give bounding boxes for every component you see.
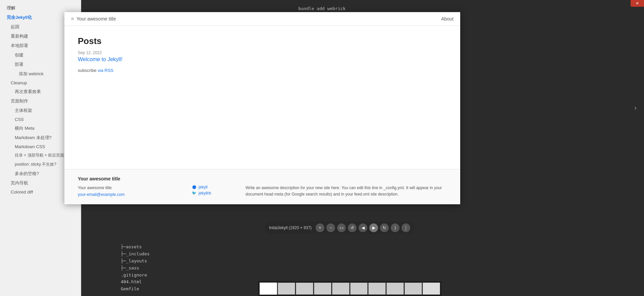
thumbnail-10[interactable] — [423, 283, 440, 295]
file-tree-item: ├─_sass — [121, 265, 150, 272]
github-icon: ⬤ — [192, 185, 197, 189]
terminal-command: bundle add webrick — [299, 6, 346, 11]
play-button[interactable]: ▶ — [369, 223, 378, 232]
file-tree-item: 404.html — [121, 279, 150, 286]
modal-footer: Your awesome title Your awesome title yo… — [64, 169, 460, 204]
footer-col-1: Your awesome title your-email@example.co… — [78, 185, 178, 198]
modal-body: Posts Sep 12, 2022 Welcome to Jekyll! su… — [64, 26, 460, 169]
footer-email[interactable]: your-email@example.com — [78, 192, 125, 197]
chevron-right-icon[interactable]: › — [634, 104, 637, 112]
footer-social: ⬤ jekyll 🐦 jekyllrb — [192, 185, 232, 196]
zoom-in-button[interactable]: + — [316, 223, 324, 232]
about-link[interactable]: About — [441, 16, 453, 22]
prev-button[interactable]: ◀ — [359, 223, 367, 232]
close-icon: ✕ — [636, 1, 639, 6]
file-tree-item: ├─assets — [121, 244, 150, 251]
thumbnail-2[interactable] — [278, 283, 295, 295]
post-date: Sep 12, 2022 — [78, 50, 447, 55]
reset-button[interactable]: ↺ — [348, 223, 357, 232]
nav-dot — [71, 17, 74, 20]
thumbnail-1[interactable] — [260, 283, 277, 295]
rss-link[interactable]: via RSS — [98, 68, 113, 73]
thumbnail-4[interactable] — [314, 283, 331, 295]
thumbnail-9[interactable] — [405, 283, 422, 295]
footer-subtitle: Your awesome title — [78, 185, 178, 191]
next-button[interactable]: ↻ — [380, 223, 389, 232]
skip-button[interactable]: ⟩ — [391, 223, 399, 232]
modal-nav-left: Your awesome title — [71, 16, 116, 22]
close-button[interactable]: ✕ — [631, 0, 644, 7]
twitter-link[interactable]: 🐦 jekyllrb — [192, 191, 232, 196]
playback-bar: InitalJekyll (1920 × 937) + − 1:1 ↺ ◀ ▶ … — [265, 222, 414, 234]
thumbnail-6[interactable] — [350, 283, 368, 295]
twitter-username[interactable]: jekyllrb — [199, 191, 211, 196]
modal-site-title: Your awesome title — [76, 16, 116, 22]
actual-size-button[interactable]: 1:1 — [337, 223, 346, 232]
footer-description: Write an awesome description for your ne… — [246, 185, 447, 198]
zoom-out-button[interactable]: − — [326, 223, 335, 232]
thumbnail-8[interactable] — [386, 283, 404, 295]
footer-col-2: ⬤ jekyll 🐦 jekyllrb — [192, 185, 232, 198]
github-username[interactable]: jekyll — [199, 185, 208, 189]
file-tree: ├─assets ├─_includes ├─_layouts ├─_sass … — [117, 240, 153, 296]
thumbnail-strip — [258, 281, 441, 296]
modal-nav: Your awesome title About — [64, 12, 460, 26]
footer-title: Your awesome title — [78, 176, 447, 181]
posts-heading: Posts — [78, 36, 447, 46]
github-link[interactable]: ⬤ jekyll — [192, 185, 232, 189]
thumbnail-3[interactable] — [296, 283, 313, 295]
footer-col-3: Write an awesome description for your ne… — [246, 185, 447, 198]
thumbnail-7[interactable] — [368, 283, 386, 295]
twitter-icon: 🐦 — [192, 191, 197, 196]
menu-button[interactable]: ⋮ — [401, 223, 410, 232]
footer-columns: Your awesome title your-email@example.co… — [78, 185, 447, 198]
thumbnail-5[interactable] — [332, 283, 350, 295]
file-tree-item: .gitignore — [121, 272, 150, 279]
file-tree-item: ├─_layouts — [121, 258, 150, 265]
file-tree-item: ├─_includes — [121, 251, 150, 258]
playback-label: InitalJekyll (1920 × 937) — [269, 225, 312, 230]
file-tree-item: Gemfile — [121, 286, 150, 293]
post-link[interactable]: Welcome to Jekyll! — [78, 56, 447, 62]
subscribe-section: subscribe via RSS — [78, 68, 447, 73]
preview-modal: Your awesome title About Posts Sep 12, 2… — [64, 12, 460, 204]
sidebar-item-理解[interactable]: 理解 — [0, 3, 81, 13]
subscribe-label: subscribe — [78, 68, 97, 73]
